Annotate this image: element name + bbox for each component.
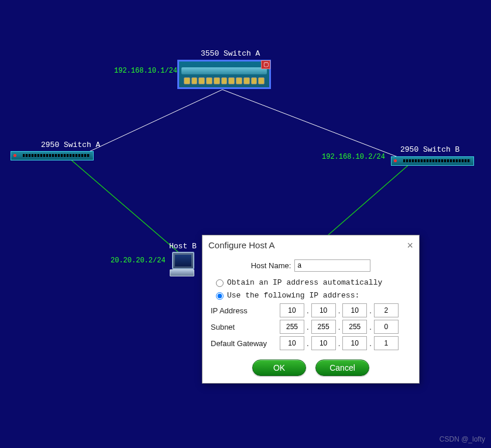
gateway-octet-4[interactable] <box>374 336 399 350</box>
subnet-octet-4[interactable] <box>374 320 399 334</box>
svg-line-1 <box>222 90 404 159</box>
close-icon[interactable]: ▢ <box>261 60 270 69</box>
subnet-octet-3[interactable] <box>342 320 367 334</box>
ok-button[interactable]: OK <box>252 360 306 376</box>
device-label-host-b: Host B <box>169 242 197 251</box>
dialog-title: Configure Host A <box>208 240 274 250</box>
device-2950-switch-b[interactable] <box>391 156 474 166</box>
radio-auto-label: Obtain an IP address automatically <box>227 278 382 287</box>
device-host-b[interactable] <box>170 252 194 276</box>
device-label-2950b: 2950 Switch B <box>400 145 459 154</box>
gateway-octet-2[interactable] <box>311 336 336 350</box>
subnet-octet-1[interactable] <box>280 320 304 334</box>
dialog-close-icon[interactable]: × <box>407 241 413 249</box>
radio-static-label: Use the following IP address: <box>227 291 359 300</box>
radio-static-ip[interactable] <box>216 292 224 300</box>
ip-octet-2[interactable] <box>311 303 336 317</box>
gateway-octet-1[interactable] <box>280 336 304 350</box>
device-label-3550: 3550 Switch A <box>201 49 260 58</box>
device-2950-switch-a[interactable] <box>11 151 94 160</box>
device-3550-switch-a[interactable]: ▢ <box>177 60 271 89</box>
subnet-octet-2[interactable] <box>311 320 336 334</box>
hostname-input[interactable] <box>294 259 370 272</box>
topology-canvas[interactable]: 3550 Switch A 192.168.10.1/24 ▢ 2950 Swi… <box>0 0 491 448</box>
hostname-label: Host Name: <box>251 261 291 270</box>
ip-octet-1[interactable] <box>280 303 304 317</box>
ip-label-3550: 192.168.10.1/24 <box>114 67 177 75</box>
ip-label-host-b: 20.20.20.2/24 <box>111 257 166 265</box>
ip-octet-4[interactable] <box>374 303 399 317</box>
radio-auto-ip[interactable] <box>216 279 224 287</box>
device-label-2950a: 2950 Switch A <box>41 141 100 149</box>
subnet-label: Subnet <box>211 323 280 331</box>
gateway-label: Default Gateway <box>211 339 280 348</box>
watermark: CSDN @_lofty <box>440 435 485 443</box>
configure-host-dialog: Configure Host A × Host Name: Obtain an … <box>202 235 420 384</box>
cancel-button[interactable]: Cancel <box>315 360 369 376</box>
ip-address-label: IP Address <box>211 306 280 315</box>
gateway-octet-3[interactable] <box>342 336 367 350</box>
ip-label-2950b: 192.168.10.2/24 <box>322 153 385 161</box>
svg-line-0 <box>88 90 222 152</box>
ip-octet-3[interactable] <box>342 303 367 317</box>
